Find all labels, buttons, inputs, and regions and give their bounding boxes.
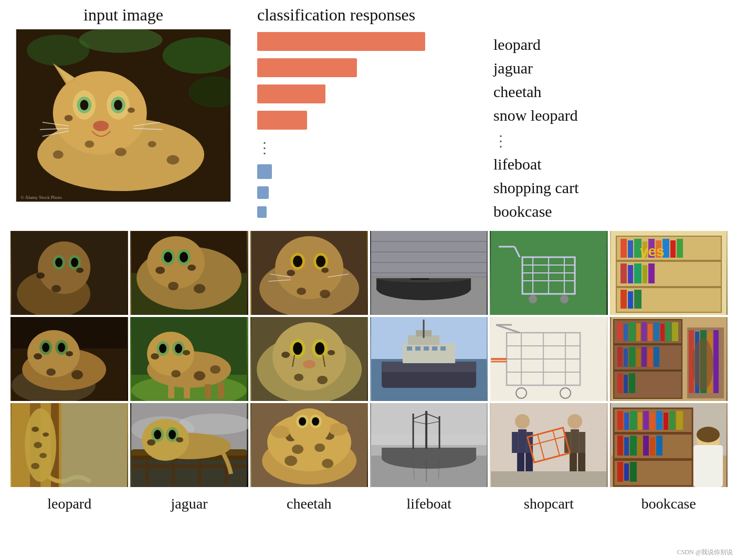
- bottom-labels-right: lifeboat shopping cart bookcase: [493, 152, 578, 223]
- grid-cell-r2c4: [370, 317, 488, 401]
- bottom-label-bookcase: bookcase: [610, 493, 728, 514]
- svg-rect-172: [440, 346, 446, 351]
- classification-title: classification responses: [257, 5, 415, 25]
- svg-rect-319: [656, 436, 662, 456]
- svg-rect-321: [624, 463, 629, 481]
- svg-rect-289: [571, 429, 579, 453]
- label-snow-leopard: snow leopard: [493, 103, 578, 127]
- svg-point-256: [322, 459, 333, 468]
- svg-point-15: [128, 108, 135, 113]
- svg-point-225: [39, 453, 47, 458]
- bottom-label-lifeboat: lifeboat: [370, 493, 488, 514]
- svg-point-246: [176, 437, 183, 442]
- main-container: input image: [0, 0, 738, 560]
- bar-row-1: [257, 32, 425, 51]
- svg-rect-203: [629, 347, 635, 367]
- chart-dots-top: ⋮: [257, 139, 272, 157]
- svg-point-19: [53, 151, 64, 159]
- svg-rect-144: [218, 383, 224, 398]
- svg-rect-204: [636, 348, 640, 367]
- svg-point-63: [297, 288, 306, 295]
- bar-jaguar: [257, 58, 357, 77]
- svg-point-49: [168, 282, 178, 290]
- svg-point-16: [85, 141, 94, 148]
- svg-rect-315: [630, 436, 637, 456]
- svg-point-139: [194, 371, 205, 381]
- svg-point-158: [317, 376, 328, 384]
- svg-point-46: [180, 252, 188, 262]
- svg-rect-110: [648, 263, 655, 283]
- svg-rect-208: [617, 373, 623, 393]
- svg-point-57: [316, 256, 325, 267]
- svg-rect-141: [168, 385, 174, 398]
- classification-column: classification responses ⋮: [236, 5, 728, 225]
- svg-point-45: [164, 252, 172, 262]
- svg-point-61: [287, 270, 295, 276]
- svg-point-138: [171, 370, 181, 377]
- bottom-label-jaguar: jaguar: [130, 493, 248, 514]
- svg-rect-286: [517, 453, 524, 471]
- svg-rect-194: [636, 323, 640, 341]
- svg-point-255: [284, 456, 297, 466]
- svg-rect-216: [713, 330, 719, 393]
- svg-point-154: [303, 360, 315, 368]
- svg-rect-97: [628, 240, 633, 258]
- svg-point-140: [210, 365, 220, 374]
- svg-rect-307: [643, 411, 649, 430]
- svg-rect-311: [669, 411, 675, 430]
- grid-section: yes: [10, 231, 728, 555]
- grid-cell-r1c5: [490, 231, 607, 315]
- svg-rect-73: [371, 231, 487, 276]
- svg-point-34: [55, 258, 62, 267]
- svg-rect-201: [617, 347, 623, 367]
- svg-point-258: [329, 423, 347, 436]
- svg-point-53: [275, 236, 343, 299]
- bar-shopping-cart: [257, 186, 269, 199]
- top-labels: leopard jaguar cheetah snow leopard: [493, 33, 578, 127]
- bar-snow-leopard: [257, 111, 307, 130]
- svg-rect-192: [624, 324, 628, 341]
- bar-cheetah: [257, 84, 325, 103]
- bar-lifeboat: [257, 164, 272, 179]
- svg-point-47: [155, 267, 165, 274]
- svg-point-156: [328, 350, 335, 355]
- svg-point-11: [80, 100, 89, 110]
- svg-point-17: [115, 148, 126, 156]
- svg-point-262: [299, 417, 306, 426]
- grid-cell-r3c1: [10, 403, 128, 487]
- watermark: CSDN @我说你别说: [677, 548, 733, 557]
- svg-point-136: [151, 353, 159, 360]
- svg-rect-113: [634, 290, 641, 309]
- svg-rect-285: [526, 432, 533, 453]
- svg-point-151: [315, 342, 324, 355]
- svg-rect-193: [629, 322, 635, 341]
- svg-rect-169: [415, 346, 420, 351]
- bottom-label-cheetah: cheetah: [250, 493, 368, 514]
- svg-rect-202: [624, 348, 628, 367]
- svg-rect-191: [617, 322, 623, 341]
- svg-rect-205: [641, 347, 647, 367]
- labels-column: leopard jaguar cheetah snow leopard ⋮ li…: [478, 5, 578, 223]
- svg-point-155: [281, 352, 290, 358]
- grid-cell-r1c3: [250, 231, 368, 315]
- label-lifeboat: lifeboat: [493, 152, 578, 176]
- svg-rect-302: [614, 458, 692, 461]
- svg-point-56: [293, 256, 302, 267]
- svg-rect-164: [403, 343, 455, 363]
- svg-point-50: [194, 284, 205, 293]
- svg-rect-303: [617, 411, 623, 430]
- grid-cell-r2c2: [130, 317, 248, 401]
- svg-rect-112: [628, 291, 633, 309]
- image-grid: yes: [10, 231, 728, 487]
- grid-cell-r3c2: [130, 403, 248, 487]
- svg-point-36: [36, 272, 45, 279]
- bar-row-bottom-1: [257, 164, 272, 179]
- svg-rect-109: [642, 265, 647, 283]
- bottom-label-shopcart: shopcart: [490, 493, 607, 514]
- svg-point-243: [154, 430, 161, 439]
- svg-point-20: [166, 155, 179, 165]
- grid-cell-r3c3: [250, 403, 368, 487]
- svg-point-244: [168, 430, 176, 439]
- svg-point-223: [43, 432, 49, 437]
- svg-point-125: [46, 368, 56, 376]
